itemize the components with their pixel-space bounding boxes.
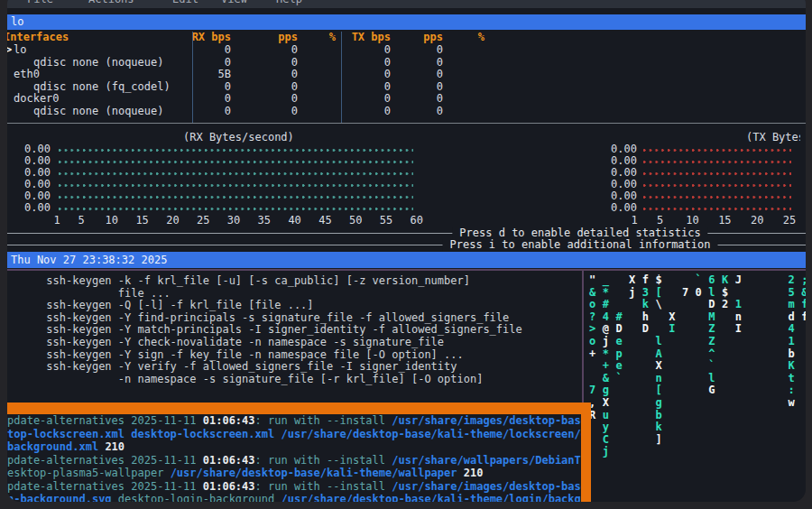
usage-line: ssh-keygen -Q [-l] -f krl_file [file ...… (7, 300, 314, 311)
rx-y-axis-label: 0.00 (7, 202, 51, 214)
log-text-segment: top-lockscreen.xml desktop-lockscreen.xm… (7, 428, 581, 440)
matrix-char: ? (589, 311, 595, 323)
rx-graph-title: (RX Bytes/second) (183, 132, 294, 143)
matrix-char: [ (656, 384, 662, 396)
stat-value: 0 (346, 81, 391, 93)
matrix-char: ^ (708, 348, 715, 360)
bmon-table-header: Interfaces RX bps pps % TX bps pps % (7, 32, 806, 44)
matrix-char: 3 (642, 287, 649, 299)
matrix-char: w (789, 397, 795, 409)
usage-line: -n namespace -s signature_file [-r krl_f… (7, 374, 483, 385)
rx-graph-dotted-line (58, 143, 413, 155)
hint-line-additional-info: Press i to enable additional information (7, 239, 806, 251)
log-text-segment: n-background.svg (7, 493, 118, 502)
col-header-interfaces: Interfaces (7, 32, 69, 43)
log-text-segment: : run with --install (255, 454, 392, 467)
log-text-segment: 01:06:43 (203, 414, 255, 427)
matrix-char: $ (656, 274, 662, 286)
log-text-segment: /usr/share/images/desktop-base/des (392, 414, 581, 427)
stat-value: 0 (143, 81, 231, 93)
log-text-segment: desktop-login-background (118, 493, 281, 502)
menu-item-view[interactable]: View (221, 0, 247, 5)
matrix-char: o (589, 299, 595, 310)
col-header-tx-bps: TX bps (346, 32, 391, 43)
matrix-char: K (722, 274, 728, 286)
menu-item-edit[interactable]: Edit (172, 0, 198, 5)
log-text-segment: /usr/share/desktop-base/kali-theme/login… (281, 493, 581, 502)
matrix-char: C (603, 434, 609, 446)
date-bar: Thu Nov 27 23:38:32 2025 (7, 252, 806, 268)
matrix-char: + (603, 360, 609, 372)
matrix-char: \ (656, 299, 662, 310)
tx-graph-dotted-line (642, 202, 791, 214)
stat-value: 0 (235, 57, 298, 69)
matrix-char: h (642, 311, 649, 323)
log-text-segment: pdate-alternatives 2025-11-11 (7, 414, 203, 427)
matrix-char: J (735, 274, 742, 286)
matrix-char: @ (603, 323, 609, 335)
stat-value: 0 (235, 106, 298, 117)
log-line: pdate-alternatives 2025-11-11 01:06:43: … (7, 415, 581, 427)
matrix-char: _ (603, 274, 609, 286)
matrix-char: m (789, 299, 795, 310)
matrix-char: Z (708, 323, 715, 335)
log-text-segment: background.xml (7, 440, 105, 453)
col-header-tx-pps: pps (394, 32, 443, 43)
matrix-char: t (789, 373, 795, 384)
stat-value: 0 (346, 93, 391, 105)
matrix-char: 2 (789, 274, 795, 286)
matrix-char: X (603, 397, 609, 409)
matrix-char: 1 (735, 299, 742, 310)
x-axis-tick: 1 (631, 215, 637, 227)
hint-text: Press i to enable additional information (443, 239, 718, 251)
active-pane-border-right (581, 403, 591, 502)
tx-graph-title: (TX Bytes/second) (746, 132, 800, 143)
log-text-segment: 01:06:43 (203, 480, 255, 493)
matrix-char: D (708, 299, 715, 310)
menu-item-file[interactable]: File (27, 0, 53, 5)
matrix-char: n (735, 311, 742, 323)
ssh-keygen-pane[interactable]: ssh-keygen -k -f krl_file [-u] [-s ca_pu… (7, 271, 581, 403)
matrix-char: I (735, 323, 742, 335)
log-line: esktop-plasma5-wallpaper /usr/share/desk… (7, 467, 483, 479)
tx-graph-dotted-line (642, 167, 791, 179)
matrix-char: k (656, 421, 662, 433)
matrix-char: 2 (722, 299, 728, 310)
matrix-char: D (642, 323, 649, 335)
matrix-char: * (603, 287, 609, 299)
stat-value: 0 (394, 106, 443, 117)
matrix-char: # (603, 299, 609, 310)
log-text-segment: 210 (105, 440, 125, 453)
matrix-char: X (629, 274, 635, 286)
rx-graph-dotted-line (58, 179, 413, 190)
stat-value: 0 (235, 44, 298, 56)
usage-line: ssh-keygen -Y sign -f key_file -n namesp… (7, 349, 464, 361)
update-alternatives-log-pane[interactable]: pdate-alternatives 2025-11-11 01:06:43: … (7, 414, 581, 502)
menu-item-actions[interactable]: Actions (88, 0, 134, 5)
matrix-char: f (642, 274, 649, 286)
interface-row-name: lo (14, 44, 26, 56)
matrix-char: A (656, 348, 662, 360)
bmon-pane[interactable]: lo Interfaces RX bps pps % TX bps pps % … (7, 12, 806, 270)
matrix-char: 7 (682, 287, 688, 299)
matrix-char: M (708, 311, 715, 323)
matrix-char: b (789, 348, 795, 360)
interface-row-name: eth0 (14, 69, 40, 80)
log-text-segment: pdate-alternatives 2025-11-11 (7, 480, 203, 493)
log-text-segment: : run with --install (255, 414, 392, 427)
log-text-segment: 01:06:43 (203, 454, 255, 467)
column-divider (341, 32, 342, 123)
rx-graph-dotted-line (58, 202, 413, 214)
stat-value: 0 (394, 93, 443, 105)
matrix-char: ; (801, 274, 806, 286)
matrix-char: l (708, 373, 715, 384)
stat-value: 0 (394, 57, 443, 69)
matrix-char: & (801, 287, 806, 299)
matrix-char: I (669, 323, 675, 335)
tx-graph-dotted-line (642, 179, 791, 190)
matrix-char: X (656, 360, 662, 372)
x-axis-tick: 25 (783, 215, 796, 227)
tx-graph-dotted-line (642, 155, 791, 167)
menu-item-help[interactable]: Help (276, 0, 302, 5)
stat-value: 0 (143, 57, 231, 69)
